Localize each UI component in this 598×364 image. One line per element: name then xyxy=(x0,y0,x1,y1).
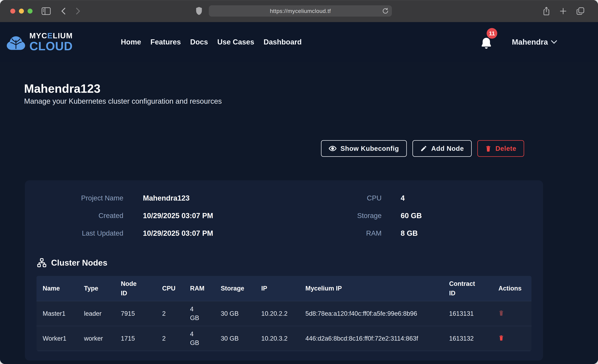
zoom-window-button[interactable] xyxy=(28,9,33,14)
page-title: Mahendra123 xyxy=(24,82,100,95)
close-window-button[interactable] xyxy=(10,9,15,14)
nav-docs[interactable]: Docs xyxy=(190,38,208,46)
nav-links: Home Features Docs Use Cases Dashboard xyxy=(121,22,302,62)
node-id: 7915 xyxy=(115,301,156,326)
mycelium-cloud-logo-icon xyxy=(6,33,26,51)
col-name: Name xyxy=(36,276,78,301)
node-ram: 4 GB xyxy=(184,326,215,351)
col-ram: RAM xyxy=(184,276,215,301)
url-bar[interactable]: https://myceliumcloud.tf xyxy=(209,5,392,17)
info-right-column: CPU 4 Storage 60 GB RAM 8 GB xyxy=(284,189,532,242)
node-actions xyxy=(494,326,532,351)
info-left-column: Project Name Mahendra123 Created 10/29/2… xyxy=(36,189,284,242)
node-ip: 10.20.2.2 xyxy=(255,301,299,326)
node-name: Master1 xyxy=(36,301,78,326)
cluster-details-card: Project Name Mahendra123 Created 10/29/2… xyxy=(25,180,543,361)
node-storage: 30 GB xyxy=(215,326,255,351)
cluster-nodes-section-header: Cluster Nodes xyxy=(36,258,532,268)
col-type: Type xyxy=(78,276,115,301)
trash-icon xyxy=(485,145,491,152)
delete-node-button[interactable] xyxy=(498,310,504,316)
browser-chrome: https://myceliumcloud.tf xyxy=(0,0,598,22)
delete-node-button[interactable] xyxy=(498,334,504,341)
nav-features[interactable]: Features xyxy=(150,38,181,46)
cluster-nodes-table: Name Type Node ID CPU RAM Storage IP Myc… xyxy=(36,276,532,351)
reload-icon[interactable] xyxy=(382,8,389,14)
col-actions: Actions xyxy=(494,276,532,301)
page-viewport: Mahendra123 Manage your Kubernetes clust… xyxy=(0,22,598,364)
forward-button-icon[interactable] xyxy=(74,7,82,15)
node-type: leader xyxy=(78,301,115,326)
traffic-lights xyxy=(10,9,33,14)
cpu-value: 4 xyxy=(401,194,532,202)
url-text: https://myceliumcloud.tf xyxy=(270,8,331,14)
new-tab-icon[interactable] xyxy=(559,7,567,15)
browser-window: https://myceliumcloud.tf xyxy=(0,0,598,364)
last-updated-label: Last Updated xyxy=(36,229,123,237)
node-mycelium-ip: 5d8:78ea:a120:f40c:ff0f:a5fe:99e6:8b96 xyxy=(299,301,443,326)
node-type: worker xyxy=(78,326,115,351)
storage-label: Storage xyxy=(284,212,382,220)
node-actions xyxy=(494,301,532,326)
node-storage: 30 GB xyxy=(215,301,255,326)
ram-value: 8 GB xyxy=(401,229,532,237)
notification-count-badge: 11 xyxy=(487,28,497,39)
cpu-label: CPU xyxy=(284,194,382,202)
col-storage: Storage xyxy=(215,276,255,301)
col-contract-id: Contract ID xyxy=(443,276,494,301)
ram-label: RAM xyxy=(284,229,382,237)
node-contract-id: 1613132 xyxy=(443,326,494,351)
col-mycelium-ip: Mycelium IP xyxy=(299,276,443,301)
node-ram: 4 GB xyxy=(184,301,215,326)
logo-wordmark: MYCELIUM CLOUD xyxy=(29,32,73,52)
project-name-value: Mahendra123 xyxy=(143,194,284,202)
cluster-info-grid: Project Name Mahendra123 Created 10/29/2… xyxy=(36,189,532,242)
node-cpu: 2 xyxy=(156,301,184,326)
table-row: Master1 leader 7915 2 4 GB 30 GB 10.20.2… xyxy=(36,301,532,326)
table-row: Worker1 worker 1715 2 4 GB 30 GB 10.20.3… xyxy=(36,326,532,351)
project-name-label: Project Name xyxy=(36,194,123,202)
add-node-button[interactable]: Add Node xyxy=(412,140,472,157)
cluster-actions-row: Show Kubeconfig Add Node Delete xyxy=(25,140,543,157)
created-value: 10/29/2025 03:07 PM xyxy=(143,212,284,220)
notifications-button[interactable]: 11 xyxy=(480,37,493,51)
storage-value: 60 GB xyxy=(401,212,532,220)
created-label: Created xyxy=(36,212,123,220)
last-updated-value: 10/29/2025 03:07 PM xyxy=(143,229,284,237)
nav-dashboard[interactable]: Dashboard xyxy=(264,38,302,46)
shield-icon[interactable] xyxy=(195,7,203,16)
page-subtitle: Manage your Kubernetes cluster configura… xyxy=(24,97,222,105)
network-topology-icon xyxy=(36,258,47,268)
col-ip: IP xyxy=(255,276,299,301)
col-cpu: CPU xyxy=(156,276,184,301)
show-kubeconfig-label: Show Kubeconfig xyxy=(341,145,399,152)
sidebar-toggle-icon[interactable] xyxy=(42,7,51,15)
bell-icon xyxy=(480,37,493,50)
share-icon[interactable] xyxy=(542,6,551,16)
back-button-icon[interactable] xyxy=(60,7,67,15)
node-ip: 10.20.3.2 xyxy=(255,326,299,351)
show-kubeconfig-button[interactable]: Show Kubeconfig xyxy=(321,140,407,157)
nav-home[interactable]: Home xyxy=(121,38,141,46)
chevron-down-icon xyxy=(551,40,557,44)
add-node-label: Add Node xyxy=(431,145,464,152)
site-logo[interactable]: MYCELIUM CLOUD xyxy=(6,32,73,52)
site-navbar: MYCELIUM CLOUD Home Features Docs Use Ca… xyxy=(0,22,598,62)
pencil-icon xyxy=(420,145,427,152)
table-header-row: Name Type Node ID CPU RAM Storage IP Myc… xyxy=(36,276,532,301)
col-node-id: Node ID xyxy=(115,276,156,301)
node-contract-id: 1613131 xyxy=(443,301,494,326)
delete-cluster-button[interactable]: Delete xyxy=(477,140,524,157)
tab-overview-icon[interactable] xyxy=(576,7,585,16)
node-name: Worker1 xyxy=(36,326,78,351)
node-mycelium-ip: 446:d2a6:8bcd:8c16:ff0f:72e2:3114:863f xyxy=(299,326,443,351)
user-name: Mahendra xyxy=(512,38,548,46)
eye-icon xyxy=(329,145,336,152)
node-cpu: 2 xyxy=(156,326,184,351)
minimize-window-button[interactable] xyxy=(19,9,24,14)
nav-use-cases[interactable]: Use Cases xyxy=(217,38,254,46)
delete-label: Delete xyxy=(495,145,516,152)
node-id: 1715 xyxy=(115,326,156,351)
cluster-nodes-title: Cluster Nodes xyxy=(51,258,107,268)
user-menu[interactable]: Mahendra xyxy=(512,22,557,62)
